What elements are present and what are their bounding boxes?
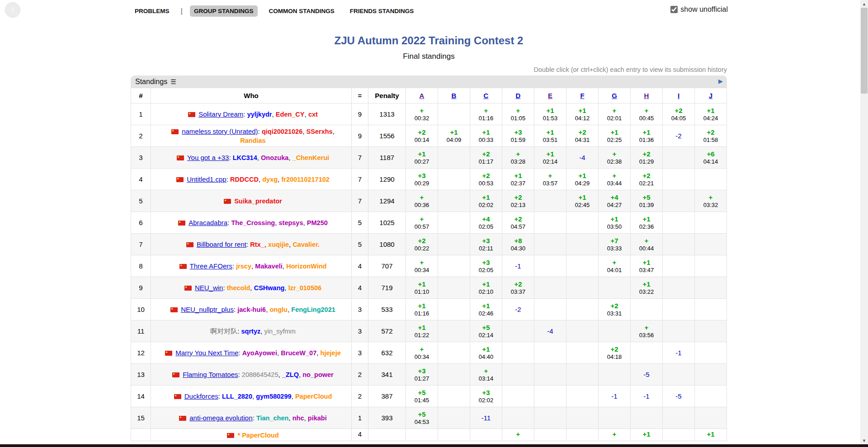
result-cell-H[interactable] [631, 299, 663, 320]
result-cell-A[interactable]: +101:22 [406, 320, 438, 342]
result-cell-A[interactable]: +101:10 [406, 277, 438, 299]
result-cell-J[interactable]: +1 [695, 429, 727, 441]
result-cell-E[interactable] [534, 364, 566, 386]
result-cell-F[interactable]: -4 [566, 147, 599, 169]
result-cell-G[interactable]: +02:01 [599, 104, 631, 125]
result-cell-C[interactable]: +102:02 [470, 190, 502, 212]
result-cell-H[interactable]: +102:36 [631, 212, 663, 234]
team-name-link[interactable]: 啊对对队 [210, 327, 237, 335]
result-cell-D[interactable] [502, 342, 534, 364]
result-cell-C[interactable]: -11 [470, 407, 502, 429]
result-cell-I[interactable]: -1 [663, 342, 695, 364]
result-cell-H[interactable]: -1 [631, 386, 663, 407]
result-cell-A[interactable]: +00:34 [406, 255, 438, 277]
result-cell-I[interactable] [663, 407, 695, 429]
result-cell-C[interactable]: +302:02 [470, 386, 502, 407]
result-cell-J[interactable]: +201:58 [695, 125, 727, 147]
result-cell-E[interactable]: +03:57 [534, 169, 566, 190]
result-cell-G[interactable] [599, 320, 631, 342]
result-cell-H[interactable]: +202:21 [631, 169, 663, 190]
team-name-link[interactable]: Untitled1.cpp [187, 175, 226, 183]
problem-link-B[interactable]: B [452, 92, 457, 99]
result-cell-J[interactable] [695, 364, 727, 386]
result-cell-A[interactable] [406, 429, 438, 441]
result-cell-A[interactable]: +200:22 [406, 234, 438, 255]
team-name-link[interactable]: anti-omega evolution [189, 414, 252, 422]
result-cell-I[interactable]: -2 [663, 125, 695, 147]
result-cell-F[interactable] [566, 234, 599, 255]
result-cell-C[interactable]: +03:14 [470, 364, 502, 386]
team-name-link[interactable]: Suika_predator [234, 198, 282, 205]
result-cell-F[interactable]: +204:31 [566, 125, 599, 147]
result-cell-D[interactable] [502, 320, 534, 342]
result-cell-C[interactable]: +200:53 [470, 169, 502, 190]
result-cell-J[interactable]: +604:14 [695, 147, 727, 169]
play-icon[interactable]: ▶ [718, 78, 723, 85]
team-name-link[interactable]: You got a +33 [187, 154, 229, 161]
team-name-link[interactable]: PaperCloud [242, 432, 278, 439]
result-cell-I[interactable] [663, 277, 695, 299]
team-name-link[interactable]: NEU_nullptr_plus [181, 306, 234, 313]
result-cell-D[interactable]: +301:59 [502, 125, 534, 147]
problem-link-J[interactable]: J [709, 92, 712, 99]
result-cell-H[interactable]: +00:45 [631, 104, 663, 125]
result-cell-I[interactable] [663, 190, 695, 212]
team-name-link[interactable]: nameless story (Unrated) [182, 127, 258, 135]
result-cell-D[interactable]: -2 [502, 299, 534, 320]
result-cell-B[interactable] [438, 104, 470, 125]
result-cell-D[interactable]: +204:57 [502, 212, 534, 234]
result-cell-B[interactable] [438, 386, 470, 407]
result-cell-A[interactable]: +301:27 [406, 364, 438, 386]
result-cell-J[interactable]: +104:24 [695, 104, 727, 125]
result-cell-F[interactable] [566, 407, 599, 429]
result-cell-F[interactable]: +104:12 [566, 104, 599, 125]
result-cell-B[interactable] [438, 147, 470, 169]
result-cell-E[interactable] [534, 277, 566, 299]
result-cell-D[interactable]: +102:37 [502, 169, 534, 190]
nav-item-group-standings[interactable]: GROUP STANDINGS [190, 5, 258, 17]
result-cell-H[interactable]: +103:47 [631, 255, 663, 277]
result-cell-B[interactable] [438, 407, 470, 429]
result-cell-C[interactable]: +201:17 [470, 147, 502, 169]
result-cell-J[interactable]: +03:32 [695, 190, 727, 212]
result-cell-D[interactable]: +202:13 [502, 190, 534, 212]
result-cell-A[interactable]: +00:57 [406, 212, 438, 234]
result-cell-I[interactable] [663, 169, 695, 190]
team-name-link[interactable]: Solitary Dream [198, 110, 243, 118]
result-cell-B[interactable] [438, 320, 470, 342]
problem-link-F[interactable]: F [580, 92, 584, 99]
result-cell-A[interactable]: +300:29 [406, 169, 438, 190]
result-cell-H[interactable]: +1 [631, 429, 663, 441]
result-cell-H[interactable]: +101:36 [631, 125, 663, 147]
back-to-top-button[interactable]: ↑ [5, 2, 20, 18]
result-cell-F[interactable] [566, 320, 599, 342]
result-cell-C[interactable]: +102:10 [470, 277, 502, 299]
team-name-link[interactable]: Flaming Tomatoes [183, 371, 238, 378]
result-cell-F[interactable]: +102:45 [566, 190, 599, 212]
result-cell-G[interactable]: +03:44 [599, 169, 631, 190]
problem-link-G[interactable]: G [612, 92, 617, 99]
result-cell-J[interactable] [695, 407, 727, 429]
nav-item-friends-standings[interactable]: FRIENDS STANDINGS [346, 5, 418, 17]
result-cell-B[interactable] [438, 277, 470, 299]
show-unofficial-checkbox[interactable] [670, 6, 678, 13]
result-cell-E[interactable]: +102:14 [534, 147, 566, 169]
result-cell-F[interactable] [566, 299, 599, 320]
result-cell-A[interactable]: +200:14 [406, 125, 438, 147]
result-cell-I[interactable] [663, 299, 695, 320]
team-name-link[interactable]: Duckforces [184, 392, 218, 400]
result-cell-E[interactable] [534, 386, 566, 407]
result-cell-B[interactable] [438, 429, 470, 441]
problem-link-I[interactable]: I [678, 92, 679, 99]
result-cell-B[interactable] [438, 255, 470, 277]
scroll-down-icon[interactable]: ▼ [860, 437, 868, 444]
result-cell-F[interactable]: +104:29 [566, 169, 599, 190]
result-cell-G[interactable]: +102:25 [599, 125, 631, 147]
result-cell-J[interactable] [695, 342, 727, 364]
result-cell-H[interactable]: -5 [631, 364, 663, 386]
result-cell-J[interactable] [695, 234, 727, 255]
result-cell-E[interactable] [534, 342, 566, 364]
result-cell-H[interactable] [631, 342, 663, 364]
result-cell-C[interactable]: +100:33 [470, 125, 502, 147]
result-cell-G[interactable]: +103:50 [599, 212, 631, 234]
